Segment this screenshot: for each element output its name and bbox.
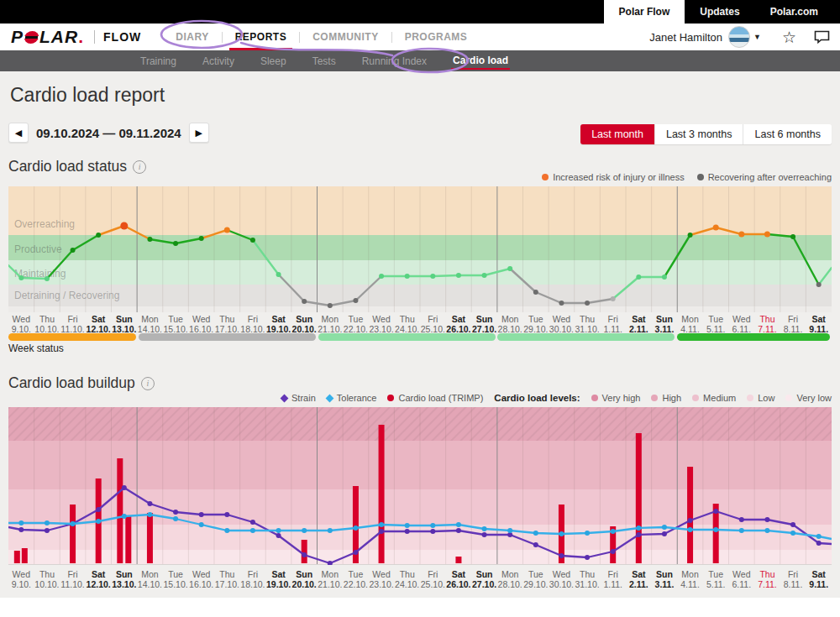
axis-day: Mon (137, 314, 163, 324)
topbar-tab-polar-com[interactable]: Polar.com (755, 0, 833, 24)
top-bar: Polar FlowUpdatesPolar.com (0, 0, 840, 24)
legend-label: Cardio load (TRIMP) (398, 393, 483, 403)
range-button-last-6-months[interactable]: Last 6 months (743, 124, 832, 144)
axis-date: 28.10. (497, 579, 523, 589)
next-period-button[interactable]: ▶ (189, 123, 209, 143)
axis-label-thu-24-10: Thu24.10. (394, 314, 420, 334)
status-legend: Increased risk of injury or illnessRecov… (542, 172, 832, 182)
topbar-tab-polar-flow[interactable]: Polar Flow (604, 0, 685, 24)
subnav-item-activity[interactable]: Activity (201, 53, 236, 69)
axis-day: Wed (8, 314, 34, 324)
nav-item-community[interactable]: COMMUNITY (300, 24, 391, 50)
axis-label-fri-25-10: Fri25.10. (420, 569, 446, 589)
legend-label: Strain (291, 393, 316, 403)
buildup-chart-x-axis: Wed9.10.Thu10.10.Fri11.10.Sat12.10.Sun13… (8, 569, 832, 589)
axis-date: 29.10. (523, 579, 549, 589)
range-button-last-3-months[interactable]: Last 3 months (654, 124, 743, 144)
axis-label-sat-12-10: Sat12.10. (86, 569, 112, 589)
axis-label-wed-16-10: Wed16.10. (188, 314, 214, 334)
week-status-segment (318, 333, 496, 341)
axis-day: Sun (471, 569, 497, 579)
axis-day: Sat (86, 569, 112, 579)
range-button-last-month[interactable]: Last month (580, 124, 654, 144)
nav-item-reports[interactable]: REPORTS (223, 24, 300, 50)
axis-day: Fri (780, 314, 806, 324)
axis-date: 20.10. (291, 579, 318, 589)
axis-day: Wed (188, 314, 214, 324)
axis-day: Tue (343, 314, 369, 324)
axis-label-sun-27-10: Sun27.10. (471, 569, 497, 589)
user-menu-caret-icon[interactable]: ▼ (753, 33, 761, 41)
user-name[interactable]: Janet Hamilton (649, 31, 722, 44)
axis-date: 10.10. (34, 579, 60, 589)
axis-label-wed-23-10: Wed23.10. (369, 569, 395, 589)
topbar-tab-updates[interactable]: Updates (685, 0, 754, 24)
flow-wordmark[interactable]: FLOW (103, 30, 141, 44)
axis-label-thu-7-11: Thu7.11. (754, 569, 780, 589)
axis-date: 31.10. (575, 579, 601, 589)
axis-day: Tue (163, 569, 189, 579)
legend-label: Low (758, 393, 774, 403)
axis-label-thu-10-10: Thu10.10. (34, 314, 60, 334)
page-title: Cardio load report (10, 84, 165, 107)
axis-day: Mon (137, 569, 163, 579)
legend-diamond-icon (325, 394, 333, 402)
polar-logo[interactable]: PLAR. (11, 27, 84, 47)
axis-label-tue-22-10: Tue22.10. (343, 314, 369, 334)
axis-day: Fri (420, 569, 446, 579)
subnav-item-sleep[interactable]: Sleep (259, 53, 288, 69)
axis-day: Thu (34, 569, 60, 579)
user-avatar[interactable] (728, 26, 750, 48)
subnav-item-running-index[interactable]: Running Index (360, 53, 428, 69)
axis-label-mon-21-10: Mon21.10. (318, 569, 344, 589)
axis-date: 14.10. (137, 579, 163, 589)
feedback-bubble-icon[interactable] (814, 30, 830, 44)
axis-label-tue-5-11: Tue5.11. (703, 569, 729, 589)
primary-nav-items: DIARYREPORTSCOMMUNITYPROGRAMS (163, 24, 480, 50)
legend-level-very-high: Very high (591, 393, 641, 403)
buildup-heading: Cardio load buildup (8, 374, 135, 392)
axis-date: 25.10. (420, 579, 446, 589)
axis-label-wed-9-10: Wed9.10. (8, 569, 34, 589)
axis-label-sun-27-10: Sun27.10. (471, 314, 497, 334)
axis-label-sat-12-10: Sat12.10. (86, 314, 112, 334)
favorites-star-icon[interactable]: ☆ (782, 28, 796, 47)
page-bottom-whitespace (0, 598, 840, 617)
axis-day: Sat (446, 569, 472, 579)
axis-label-mon-14-10: Mon14.10. (137, 314, 163, 334)
status-info-icon[interactable]: i (133, 160, 146, 174)
brand-divider (94, 30, 95, 44)
axis-label-wed-16-10: Wed16.10. (188, 569, 214, 589)
subnav-item-training[interactable]: Training (139, 53, 178, 69)
svg-text:Overreaching: Overreaching (14, 218, 75, 230)
axis-day: Mon (497, 314, 523, 324)
axis-label-sun-13-10: Sun13.10. (112, 569, 138, 589)
buildup-legend: StrainToleranceCardio load (TRIMP)Cardio… (281, 393, 832, 403)
axis-day: Sat (806, 314, 832, 324)
date-range-value[interactable]: 09.10.2024 — 09.11.2024 (36, 126, 181, 140)
axis-day: Thu (754, 569, 780, 579)
axis-date: 5.11. (703, 579, 729, 589)
buildup-info-icon[interactable]: i (141, 377, 155, 390)
polar-flow-cardio-load-report: Polar FlowUpdatesPolar.com PLAR. FLOW DI… (0, 0, 840, 617)
previous-period-button[interactable]: ◀ (8, 123, 29, 143)
week-status-segment (8, 333, 136, 341)
axis-day: Tue (523, 569, 549, 579)
week-status-label: Week status (8, 342, 64, 354)
axis-date: 2.11. (626, 579, 652, 589)
nav-item-diary[interactable]: DIARY (163, 24, 221, 50)
axis-day: Fri (60, 314, 86, 324)
axis-date: 18.10. (240, 579, 266, 589)
nav-item-programs[interactable]: PROGRAMS (392, 24, 480, 50)
axis-date: 17.10. (214, 579, 240, 589)
subnav-item-tests[interactable]: Tests (311, 53, 338, 69)
axis-day: Wed (8, 569, 34, 579)
axis-label-fri-1-11: Fri1.11. (600, 569, 626, 589)
axis-day: Wed (549, 314, 575, 324)
status-section-header: Cardio load status i (8, 158, 146, 175)
axis-label-tue-15-10: Tue15.10. (163, 314, 189, 334)
axis-day: Sun (291, 569, 318, 579)
axis-label-sat-2-11: Sat2.11. (626, 569, 652, 589)
subnav-item-cardio-load[interactable]: Cardio load (451, 52, 510, 70)
axis-day: Tue (703, 314, 729, 324)
